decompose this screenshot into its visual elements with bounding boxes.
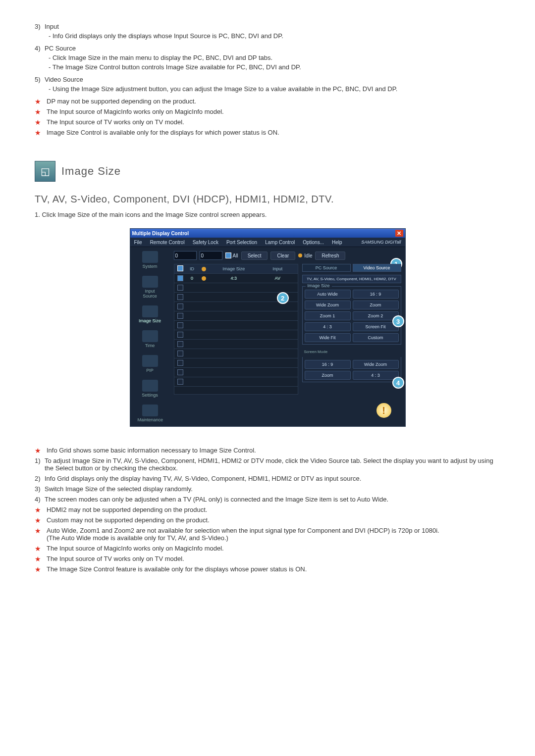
callout-3: 3 xyxy=(392,315,404,327)
star-note: The Input source of TV works only on TV … xyxy=(35,118,500,126)
grid-row-empty xyxy=(174,321,298,330)
sidebar-item-image-size[interactable]: Image Size xyxy=(138,305,162,323)
row-id: 0 xyxy=(186,276,198,281)
top-controls: All Select Clear Idle Refresh 1 xyxy=(174,251,401,260)
option-button[interactable]: Zoom xyxy=(353,301,399,309)
check-all-label: All xyxy=(233,253,238,258)
range-end-select[interactable] xyxy=(200,251,222,260)
sidebar-item-system[interactable]: System xyxy=(138,251,162,269)
check-all[interactable]: All xyxy=(225,252,238,258)
bottom-star-notes: HDMI2 may not be supported depending on … xyxy=(35,506,500,573)
grid-row-empty xyxy=(174,330,298,340)
tab-video-source[interactable]: Video Source xyxy=(353,264,401,272)
intro-text: Click Image Size of the main icons and t… xyxy=(42,211,267,218)
select-button[interactable]: Select xyxy=(241,252,268,260)
grid-row-empty xyxy=(174,283,298,293)
star-note: Custom may not be supported depending on… xyxy=(35,516,500,524)
menu-item[interactable]: Safety Lock xyxy=(189,240,222,245)
list-item: 4)The screen modes can only be adjusted … xyxy=(35,496,500,503)
star-note: HDMI2 may not be supported depending on … xyxy=(35,506,500,513)
option-button[interactable]: 4 : 3 xyxy=(305,322,351,331)
option-button[interactable]: Wide Fit xyxy=(305,333,351,342)
range-start-select[interactable] xyxy=(174,251,197,260)
idle-indicator: Idle xyxy=(298,253,312,258)
grid-row-empty xyxy=(174,358,298,368)
footer-bar: ! xyxy=(174,399,401,422)
col-status xyxy=(198,267,210,271)
idle-dot-icon xyxy=(298,253,302,257)
sidebar-item-maintenance[interactable]: Maintenance xyxy=(138,404,162,422)
idle-label: Idle xyxy=(304,253,312,258)
menu-item[interactable]: Help xyxy=(328,240,346,245)
option-button[interactable]: Auto Wide xyxy=(305,290,351,299)
close-icon[interactable]: ✕ xyxy=(395,230,403,237)
image-size-icon: ◱ xyxy=(35,161,55,182)
sidebar-icon xyxy=(142,330,158,342)
menu-item[interactable]: Port Selection xyxy=(222,240,261,245)
status-dot-icon xyxy=(202,267,206,271)
option-button[interactable]: Zoom 1 xyxy=(305,311,351,320)
sidebar-item-label: Image Size xyxy=(138,318,162,323)
sidebar-item-label: Maintenance xyxy=(138,417,162,422)
sidebar-item-label: PIP xyxy=(138,368,162,373)
list-item: 1)To adjust Image Size in TV, AV, S-Vide… xyxy=(35,457,500,472)
grid-row-empty xyxy=(174,340,298,349)
sidebar-item-label: System xyxy=(138,264,162,269)
option-button[interactable]: 4 : 3 xyxy=(353,371,399,380)
list-item: 2)Info Grid displays only the display ha… xyxy=(35,475,500,482)
list-item: 3)Switch Image Size of the selected disp… xyxy=(35,485,500,493)
sidebar-item-pip[interactable]: PIP xyxy=(138,355,162,373)
star-note: The Input source of MagicInfo works only… xyxy=(35,545,500,552)
callout-4: 4 xyxy=(392,377,404,389)
menu-item[interactable]: Remote Control xyxy=(146,240,189,245)
menu-item[interactable]: File xyxy=(130,240,146,245)
grid-row-empty xyxy=(174,311,298,321)
tab-pc-source[interactable]: PC Source xyxy=(302,264,351,272)
col-image-size: Image Size xyxy=(210,266,258,271)
grid-row[interactable]: 0 4:3 AV xyxy=(174,274,298,283)
bottom-list: 1)To adjust Image Size in TV, AV, S-Vide… xyxy=(35,457,500,503)
option-button[interactable]: Custom xyxy=(353,333,399,342)
col-check[interactable] xyxy=(174,265,186,272)
status-dot-icon xyxy=(202,276,206,281)
star-note: The Input source of TV works only on TV … xyxy=(35,555,500,562)
menu-item[interactable]: Lamp Control xyxy=(261,240,299,245)
screen-mode-legend: Screen Mode xyxy=(302,350,401,354)
sidebar-item-settings[interactable]: Settings xyxy=(138,380,162,398)
option-button[interactable]: 16 : 9 xyxy=(353,290,399,299)
right-panel: PC Source Video Source TV, AV, S-Video, … xyxy=(302,264,401,395)
source-tabs: PC Source Video Source xyxy=(302,264,401,272)
row-input: AV xyxy=(258,276,297,281)
top-star-notes: DP may not be supported depending on the… xyxy=(35,98,500,136)
clear-button[interactable]: Clear xyxy=(270,252,295,260)
menu-item[interactable]: Options... xyxy=(299,240,328,245)
option-button[interactable]: Zoom xyxy=(305,371,351,380)
grid-row-empty xyxy=(174,368,298,377)
star-note: Image Size Control is available only for… xyxy=(35,129,500,136)
list-item: 4)PC SourceClick Image Size in the main … xyxy=(35,45,500,73)
grid-row-empty xyxy=(174,349,298,358)
option-button[interactable]: 16 : 9 xyxy=(305,360,351,369)
section-title: Image Size xyxy=(61,165,121,178)
star-note: The Input source of MagicInfo works only… xyxy=(35,108,500,115)
app-title: Multiple Display Control xyxy=(132,231,189,236)
option-button[interactable]: Zoom 2 xyxy=(353,311,399,320)
sidebar-icon xyxy=(142,380,158,392)
warning-icon: ! xyxy=(376,403,391,418)
source-label: TV, AV, S-Video, Component, HDMI1, HDMI2… xyxy=(302,275,401,283)
refresh-button[interactable]: Refresh xyxy=(315,252,345,260)
row-size: 4:3 xyxy=(210,276,258,281)
sidebar-item-input-source[interactable]: Input Source xyxy=(138,276,162,299)
option-button[interactable]: Wide Zoom xyxy=(305,301,351,309)
option-button[interactable]: Wide Zoom xyxy=(353,360,399,369)
screen-mode-fieldset: 16 : 9Wide ZoomZoom4 : 3 xyxy=(302,357,401,382)
section-subtitle: TV, AV, S-Video, Component, DVI (HDCP), … xyxy=(35,194,500,205)
star-note: The Image Size Control feature is availa… xyxy=(35,565,500,573)
star-note: DP may not be supported depending on the… xyxy=(35,98,500,105)
app-titlebar: Multiple Display Control ✕ xyxy=(130,229,405,238)
info-grid-note: Info Grid shows some basic information n… xyxy=(35,447,500,454)
option-button[interactable]: Screen Fit xyxy=(353,322,399,331)
sidebar-item-time[interactable]: Time xyxy=(138,330,162,348)
sidebar-icon xyxy=(142,276,158,288)
grid-row-empty xyxy=(174,377,298,387)
